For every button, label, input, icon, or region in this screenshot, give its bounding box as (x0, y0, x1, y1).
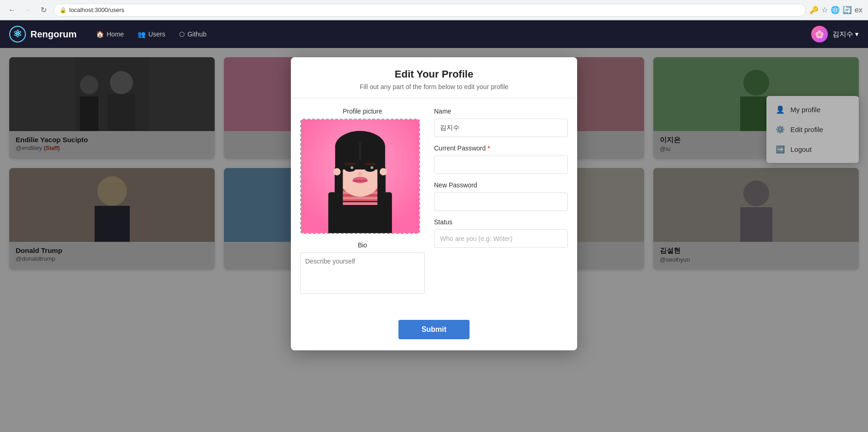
modal-body: Profile picture (291, 98, 577, 312)
svg-rect-39 (359, 142, 361, 160)
github-icon: ⬡ (179, 30, 185, 38)
forward-button[interactable]: → (21, 4, 34, 17)
current-password-label: Current Password * (434, 144, 568, 152)
name-input[interactable] (434, 119, 568, 137)
svg-point-43 (365, 165, 376, 172)
browser-nav-buttons: ← → ↻ (6, 4, 50, 17)
user-avatar: 🌸 (811, 26, 828, 42)
dropdown-chevron-icon: ▾ (855, 30, 859, 38)
modal-header: Edit Your Profile Fill out any part of t… (291, 57, 577, 98)
name-group: Name (434, 108, 568, 137)
profile-picture-preview (301, 120, 419, 233)
react-logo-icon (9, 26, 26, 42)
home-icon: 🏠 (96, 30, 104, 38)
address-bar[interactable]: 🔒 localhost:3000/users (54, 4, 806, 17)
profile-icon: 🌐 (831, 6, 840, 14)
profile-picture-upload[interactable] (300, 119, 420, 234)
submit-button[interactable]: Submit (398, 320, 470, 339)
modal-title: Edit Your Profile (305, 68, 563, 80)
home-label: Home (107, 30, 124, 38)
svg-rect-48 (353, 180, 368, 182)
status-input[interactable] (434, 229, 568, 248)
modal-left-column: Profile picture (300, 108, 425, 303)
github-link[interactable]: ⬡ Github (174, 27, 212, 42)
status-group: Status (434, 218, 568, 248)
github-label: Github (187, 30, 206, 38)
username-display: 김지수 ▾ (832, 30, 859, 39)
user-menu-trigger[interactable]: 🌸 김지수 ▾ (811, 26, 859, 42)
reload-button[interactable]: ↻ (37, 4, 50, 17)
svg-point-49 (333, 168, 341, 175)
profile-picture-group: Profile picture (300, 108, 425, 234)
back-button[interactable]: ← (6, 4, 18, 17)
name-label: Name (434, 108, 568, 115)
home-link[interactable]: 🏠 Home (90, 27, 129, 42)
required-indicator: * (488, 144, 490, 152)
current-password-input[interactable] (434, 156, 568, 174)
star-icon[interactable]: ☆ (821, 6, 828, 14)
secure-icon: 🔒 (60, 7, 66, 13)
svg-point-46 (358, 172, 362, 176)
username-text: 김지수 (832, 30, 853, 39)
modal-subtitle: Fill out any part of the form below to e… (305, 83, 563, 90)
bio-input[interactable] (300, 252, 425, 294)
new-password-input[interactable] (434, 192, 568, 211)
modal-overlay: Edit Your Profile Fill out any part of t… (0, 48, 868, 432)
svg-point-45 (371, 166, 374, 169)
svg-point-44 (350, 166, 353, 169)
url-text: localhost:3000/users (69, 6, 124, 13)
new-password-label: New Password (434, 181, 568, 189)
main-area: Endilie Yacop Sucipto @endiliey (Staff) (0, 48, 868, 432)
brand-name: Rengorum (30, 29, 77, 40)
extension-icon: 🔄 (843, 6, 852, 14)
users-icon: 👥 (138, 30, 145, 38)
edit-profile-modal: Edit Your Profile Fill out any part of t… (291, 57, 577, 350)
bio-label: Bio (300, 241, 425, 249)
nav-links: 🏠 Home 👥 Users ⬡ Github (90, 27, 212, 42)
navbar: Rengorum 🏠 Home 👥 Users ⬡ Github 🌸 김지수 ▾ (0, 20, 868, 48)
users-label: Users (148, 30, 165, 38)
menu-text: ex (855, 6, 862, 14)
users-link[interactable]: 👥 Users (132, 27, 171, 42)
svg-point-50 (380, 168, 387, 175)
svg-point-42 (345, 165, 356, 172)
modal-footer: Submit (291, 312, 577, 350)
svg-point-40 (344, 162, 357, 165)
key-icon: 🔑 (809, 6, 819, 14)
browser-chrome: ← → ↻ 🔒 localhost:3000/users 🔑 ☆ 🌐 🔄 ex (0, 0, 868, 20)
new-password-group: New Password (434, 181, 568, 211)
brand[interactable]: Rengorum (9, 26, 77, 42)
modal-right-column: Name Current Password * New Password (434, 108, 568, 303)
status-label: Status (434, 218, 568, 226)
current-password-group: Current Password * (434, 144, 568, 174)
profile-picture-label: Profile picture (300, 108, 425, 115)
browser-actions: 🔑 ☆ 🌐 🔄 ex (809, 6, 862, 14)
svg-point-41 (364, 162, 377, 165)
bio-group: Bio (300, 241, 425, 296)
